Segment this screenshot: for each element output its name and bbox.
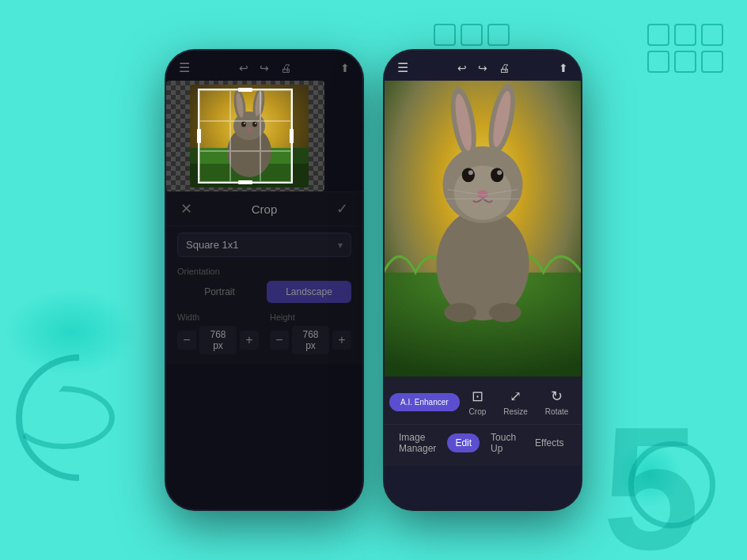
- landscape-button[interactable]: Landscape: [267, 281, 351, 303]
- svg-point-16: [436, 209, 529, 321]
- undo-icon[interactable]: ↩: [239, 62, 248, 74]
- crop-title: Crop: [252, 202, 278, 216]
- crop-grid: [199, 90, 291, 182]
- orientation-row: Orientation Portrait Landscape: [166, 263, 362, 309]
- crop-toolbar: ✕ Crop ✓: [166, 192, 362, 226]
- phone2-topbar-center: ↩ ↪ 🖨: [457, 62, 510, 74]
- phone2-topbar: ☰ ↩ ↪ 🖨 ⬆: [385, 51, 581, 81]
- portrait-button[interactable]: Portrait: [177, 281, 262, 303]
- menu-icon[interactable]: ☰: [179, 62, 190, 74]
- svg-point-24: [491, 168, 503, 182]
- width-group: Width − 768 px +: [177, 312, 259, 354]
- tools-row: A.I. Enhancer ⊡ Crop ⤢ Resize ↻ Rotate ⬚…: [385, 376, 581, 424]
- width-value: 768 px: [199, 326, 237, 354]
- crop-overlay[interactable]: [198, 89, 293, 184]
- crop-handle-top[interactable]: [238, 88, 252, 92]
- svg-point-26: [497, 170, 502, 175]
- rotate-tool-icon: ↻: [551, 388, 563, 405]
- share-icon-2[interactable]: ⬆: [559, 62, 568, 74]
- orientation-label: Orientation: [177, 267, 351, 276]
- width-minus-button[interactable]: −: [177, 331, 196, 350]
- decorative-five: 5: [603, 402, 700, 560]
- phone1-topbar-right: ⬆: [340, 62, 350, 74]
- redo-icon[interactable]: ↪: [260, 62, 269, 74]
- resize-tool-icon: ⤢: [510, 388, 521, 405]
- tabs-row: Image Manager Edit Touch Up Effects Arts…: [385, 424, 581, 466]
- svg-point-32: [444, 303, 476, 322]
- crop-corner-br[interactable]: [282, 172, 293, 184]
- svg-point-25: [468, 170, 473, 175]
- rabbit-full-svg: [385, 81, 581, 376]
- crop-handle-left[interactable]: [197, 129, 201, 143]
- print-icon-2[interactable]: 🖨: [499, 62, 510, 74]
- orientation-buttons: Portrait Landscape: [177, 281, 351, 303]
- phone1-topbar: ☰ ↩ ↪ 🖨 ⬆: [166, 51, 362, 81]
- tab-artsy[interactable]: Artsy: [575, 433, 581, 452]
- tab-image-manager[interactable]: Image Manager: [391, 428, 444, 458]
- chevron-down-icon: ▾: [338, 240, 343, 251]
- height-minus-button[interactable]: −: [270, 331, 289, 350]
- share-icon[interactable]: ⬆: [340, 62, 350, 74]
- crop-corner-tr[interactable]: [282, 89, 293, 100]
- tab-edit[interactable]: Edit: [447, 433, 480, 452]
- height-input-row: − 768 px +: [270, 326, 351, 354]
- tool-crop[interactable]: ⊡ Crop: [461, 383, 495, 421]
- phone1-topbar-left: ☰: [179, 62, 190, 74]
- ai-enhancer-label: A.I. Enhancer: [400, 398, 449, 407]
- crop-corner-bl[interactable]: [198, 172, 209, 184]
- tab-touch-up[interactable]: Touch Up: [483, 428, 524, 458]
- crop-image-wrapper: [166, 81, 324, 191]
- phone2-bottom-panel: A.I. Enhancer ⊡ Crop ⤢ Resize ↻ Rotate ⬚…: [385, 376, 581, 466]
- height-group: Height − 768 px +: [270, 312, 351, 354]
- width-input-row: − 768 px +: [177, 326, 259, 354]
- rabbit-full-image: [385, 81, 581, 376]
- phone1-topbar-center: ↩ ↪ 🖨: [239, 62, 291, 74]
- height-value: 768 px: [292, 326, 329, 354]
- aspect-ratio-select[interactable]: Square 1x1 ▾: [177, 233, 351, 257]
- print-icon[interactable]: 🖨: [280, 62, 291, 74]
- rotate-tool-label: Rotate: [545, 407, 568, 416]
- tool-expand[interactable]: ⬚ Ex: [578, 383, 581, 421]
- crop-corner-tl[interactable]: [198, 89, 209, 100]
- crop-close-icon[interactable]: ✕: [180, 200, 192, 218]
- crop-tool-label: Crop: [469, 407, 487, 416]
- tab-effects[interactable]: Effects: [527, 433, 571, 452]
- phones-container: ☰ ↩ ↪ 🖨 ⬆: [166, 51, 581, 509]
- undo-icon-2[interactable]: ↩: [457, 62, 467, 74]
- width-label: Width: [177, 312, 259, 322]
- redo-icon-2[interactable]: ↪: [478, 62, 487, 74]
- height-label: Height: [270, 312, 351, 322]
- crop-handle-bottom[interactable]: [238, 180, 252, 184]
- phone-main-view: ☰ ↩ ↪ 🖨 ⬆: [385, 51, 581, 509]
- crop-confirm-icon[interactable]: ✓: [336, 200, 348, 218]
- tool-ai-enhancer[interactable]: A.I. Enhancer: [389, 393, 460, 411]
- crop-tool-icon: ⊡: [472, 388, 483, 405]
- phone1-image-area: [166, 81, 362, 191]
- crop-select-row: Square 1x1 ▾: [166, 226, 362, 263]
- decorative-arc-bottom-left: [12, 386, 115, 449]
- crop-bottom-panel: ✕ Crop ✓ Square 1x1 ▾ Orientation Portra…: [166, 191, 362, 364]
- phone-crop-editor: ☰ ↩ ↪ 🖨 ⬆: [166, 51, 362, 509]
- phone2-topbar-left: ☰: [397, 62, 408, 74]
- phone2-image-area: [385, 81, 581, 376]
- menu-icon-2[interactable]: ☰: [397, 62, 408, 74]
- crop-handle-right[interactable]: [290, 129, 294, 143]
- height-plus-button[interactable]: +: [332, 331, 351, 350]
- svg-point-23: [462, 168, 475, 182]
- svg-point-33: [489, 303, 521, 322]
- dimensions-row: Width − 768 px + Height − 768 px +: [166, 309, 362, 364]
- tool-rotate[interactable]: ↻ Rotate: [537, 383, 576, 421]
- tool-resize[interactable]: ⤢ Resize: [495, 383, 536, 421]
- phone2-topbar-right: ⬆: [559, 62, 568, 74]
- resize-tool-label: Resize: [503, 407, 528, 416]
- width-plus-button[interactable]: +: [240, 331, 259, 350]
- aspect-ratio-value: Square 1x1: [186, 239, 239, 251]
